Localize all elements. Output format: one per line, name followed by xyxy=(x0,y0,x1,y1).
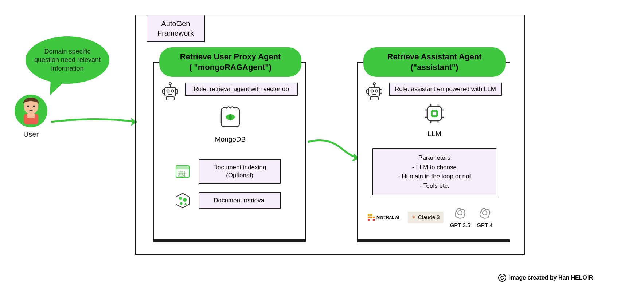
feature-indexing-row: 1011 0101 Document indexing (Optional) xyxy=(174,159,281,184)
svg-rect-50 xyxy=(370,217,372,218)
params-line-3: - Tools etc. xyxy=(378,181,491,191)
svg-point-28 xyxy=(371,90,374,92)
svg-point-55 xyxy=(483,211,487,215)
feature-retrieval-box: Document retrieval xyxy=(199,192,281,209)
copyright-icon: C xyxy=(498,274,506,282)
credit-line: C Image created by Han HELOIR xyxy=(498,274,593,282)
svg-rect-14 xyxy=(176,90,178,93)
svg-text:0101: 0101 xyxy=(178,174,186,177)
svg-point-29 xyxy=(375,90,378,92)
proxy-agent-header: Retrieve User Proxy Agent ( "mongoRAGAge… xyxy=(159,47,301,77)
claude-logo: ✶ Claude 3 xyxy=(408,212,443,223)
feature-retrieval-row: Document retrieval xyxy=(174,192,281,209)
assistant-role-box: Role: assistant empowered with LLM xyxy=(389,83,502,96)
svg-point-23 xyxy=(183,198,187,202)
mongodb-label: MongoDB xyxy=(201,135,259,143)
gpt4-caption: GPT 4 xyxy=(477,222,492,228)
svg-rect-38 xyxy=(433,112,436,115)
svg-point-54 xyxy=(458,211,462,215)
framework-label: AutoGen Framework xyxy=(147,15,205,42)
svg-rect-7 xyxy=(165,87,176,96)
logos-row: MISTRAL AI_ ✶ Claude 3 GPT 3.5 GPT 4 xyxy=(367,206,492,228)
user-avatar-icon xyxy=(15,95,47,127)
user-section: User xyxy=(15,95,47,139)
svg-rect-33 xyxy=(367,90,369,93)
arrow-proxy-to-assistant xyxy=(306,135,364,167)
gpt4-logo: GPT 4 xyxy=(477,206,492,228)
assistant-agent-box: Retrieve Assistant Agent ("assistant") R… xyxy=(357,62,510,240)
chip-icon xyxy=(422,101,447,126)
svg-point-9 xyxy=(171,90,174,92)
svg-point-25 xyxy=(185,203,187,205)
gpt35-logo: GPT 3.5 xyxy=(450,206,471,228)
speech-text: Domain specific question need relevant i… xyxy=(33,47,102,73)
svg-rect-27 xyxy=(369,87,380,96)
robot-icon xyxy=(365,81,383,102)
proxy-agent-box: Retrieve User Proxy Agent ( "mongoRAGAge… xyxy=(153,62,306,240)
assistant-agent-header: Retrieve Assistant Agent ("assistant") xyxy=(363,47,506,77)
svg-rect-5 xyxy=(27,114,35,118)
svg-point-22 xyxy=(179,197,182,200)
credit-text: Image created by Han HELOIR xyxy=(509,274,593,281)
proxy-title-1: Retrieve User Proxy Agent xyxy=(167,52,294,62)
params-line-1: - LLM to choose xyxy=(378,163,491,172)
feature-indexing-box: Document indexing (Optional) xyxy=(199,159,281,184)
svg-point-12 xyxy=(169,83,171,85)
svg-point-24 xyxy=(180,202,183,205)
proxy-role-box: Role: retrieval agent with vector db xyxy=(185,83,298,96)
mongodb-icon xyxy=(216,103,245,132)
speech-bubble: Domain specific question need relevant i… xyxy=(26,36,109,84)
svg-rect-52 xyxy=(368,219,370,221)
svg-rect-47 xyxy=(368,214,370,216)
openai-icon xyxy=(478,206,491,219)
framework-label-text: AutoGen Framework xyxy=(157,20,194,37)
assistant-title-2: ("assistant") xyxy=(371,62,498,73)
svg-rect-49 xyxy=(368,217,370,218)
svg-point-32 xyxy=(373,83,375,85)
svg-rect-15 xyxy=(166,97,174,100)
assistant-title-1: Retrieve Assistant Agent xyxy=(371,52,498,62)
svg-rect-51 xyxy=(373,217,375,218)
svg-rect-18 xyxy=(176,166,189,169)
openai-icon xyxy=(453,206,467,219)
llm-label: LLM xyxy=(413,130,456,138)
params-heading: Parameters xyxy=(378,153,491,163)
mistral-text: MISTRAL AI_ xyxy=(376,215,401,219)
llm-section: LLM xyxy=(413,101,456,138)
user-label: User xyxy=(15,130,47,139)
indexing-icon: 1011 0101 xyxy=(174,163,191,180)
svg-point-8 xyxy=(167,90,169,92)
svg-rect-34 xyxy=(380,90,382,93)
svg-point-2 xyxy=(27,106,29,107)
params-box: Parameters - LLM to choose - Humain in t… xyxy=(372,148,496,195)
claude-text: Claude 3 xyxy=(418,214,440,220)
svg-rect-48 xyxy=(370,214,372,216)
gpt35-caption: GPT 3.5 xyxy=(450,222,471,228)
params-line-2: - Humain in the loop or not xyxy=(378,172,491,181)
proxy-title-2: ( "mongoRAGAgent") xyxy=(167,62,294,73)
svg-rect-53 xyxy=(373,219,375,221)
mongodb-section: MongoDB xyxy=(201,103,259,143)
mistral-logo: MISTRAL AI_ xyxy=(367,213,401,221)
arrow-user-to-framework xyxy=(49,113,144,131)
svg-rect-13 xyxy=(163,90,165,93)
svg-marker-21 xyxy=(176,193,189,208)
robot-icon xyxy=(161,81,179,102)
svg-rect-35 xyxy=(370,97,378,100)
mistral-icon xyxy=(367,213,375,221)
svg-point-3 xyxy=(33,106,35,107)
retrieval-icon xyxy=(174,192,191,209)
